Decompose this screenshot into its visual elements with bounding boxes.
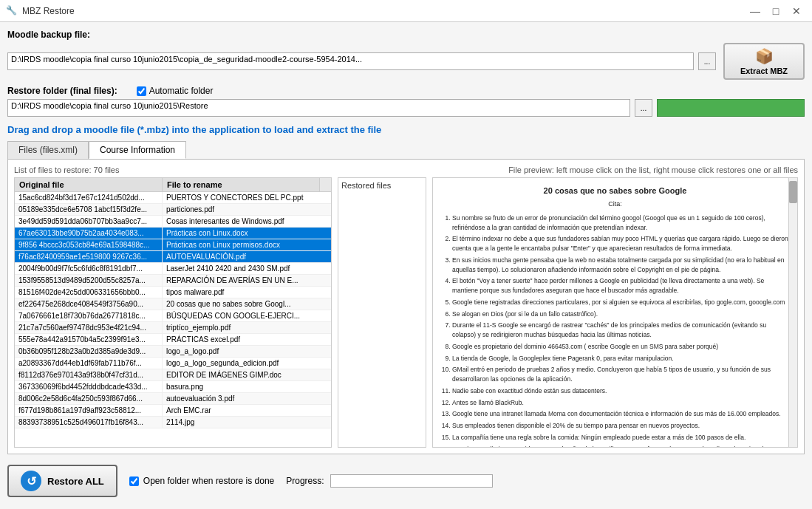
preview-inner: 20 cosas que no sabes sobre Google Cita:…	[433, 178, 797, 447]
restore-all-button[interactable]: ↺ Restore ALL	[7, 465, 117, 497]
cell-rename: basura.png	[163, 381, 331, 392]
list-item: En sus inicios mucha gente pensaba que l…	[452, 256, 790, 275]
backup-file-path[interactable]: D:\IRDS moodle\copia final curso 10junio…	[7, 52, 694, 70]
table-row[interactable]: 7a0676661e18f730b76da26771818c...BÚSQUED…	[15, 310, 331, 322]
table-row[interactable]: 05189e335dce6e5708 1abcf15f3d2fe...parti…	[15, 204, 331, 216]
table-row[interactable]: a20893367dd44eb1df69fab711b76f...logo_a_…	[15, 358, 331, 369]
cell-orig: 367336069f6bd4452fdddbdcade433d...	[15, 381, 163, 392]
table-row[interactable]: 555e78a442a91570b4a5c2399f91e3...PRÁCTIC…	[15, 334, 331, 346]
list-item: Su nombre se fruto de un error de pronun…	[452, 213, 790, 233]
cell-orig: f8112d376e970143a9f38b0f47cf31d...	[15, 369, 163, 380]
restore-folder-label: Restore folder (final files):	[7, 86, 117, 96]
cell-rename: autoevaluación 3.pdf	[163, 393, 331, 404]
restore-browse-button[interactable]: ...	[635, 99, 652, 117]
table-row[interactable]: 0b36b095f128b23a0b2d385a9de3d9...logo_a_…	[15, 346, 331, 358]
list-item: Google es propietario del dominio 466453…	[452, 342, 790, 352]
file-count-label: List of files to restore: 70 files	[14, 165, 119, 174]
cell-orig: 9f856 4bccc3c053cb84e69a1598488c...	[15, 239, 163, 250]
cell-orig: 67ae63013bbe90b75b2aa4034e083...	[15, 228, 163, 239]
preview-subtitle: Cita:	[440, 199, 790, 209]
file-list-area: Original file File to rename 15ac6cd824b…	[14, 177, 798, 448]
table-row[interactable]: 21c7a7c560aef97478dc953e4f21c94...triptí…	[15, 322, 331, 334]
cell-orig: 15ac6cd824bf3d17e67c1241d502dd...	[15, 192, 163, 203]
extract-icon: 📦	[755, 47, 774, 65]
preview-list: Su nombre se fruto de un error de pronun…	[440, 213, 790, 447]
restore-all-label: Restore ALL	[47, 476, 104, 487]
extract-label: Extract MBZ	[740, 66, 788, 75]
preview-scrollbar[interactable]	[788, 178, 797, 447]
file-table-body[interactable]: 15ac6cd824bf3d17e67c1241d502dd...PUERTOS…	[15, 192, 331, 447]
open-folder-checkbox[interactable]	[129, 476, 139, 486]
table-row[interactable]: 9f856 4bccc3c053cb84e69a1598488c...Práct…	[15, 239, 331, 251]
list-item: Durante el 11-S Google se encargó de ras…	[452, 321, 790, 340]
col-orig-header: Original file	[15, 178, 163, 191]
preview-panel: 20 cosas que no sabes sobre Google Cita:…	[432, 177, 798, 448]
auto-folder-checkbox[interactable]	[137, 86, 146, 96]
cell-rename: 2114.jpg	[163, 417, 331, 428]
cell-orig: 153f9558513d9489d5200d55c8257a...	[15, 275, 163, 286]
cell-orig: 0b36b095f128b23a0b2d385a9de3d9...	[15, 346, 163, 357]
cell-rename: Prácticas con Linux permisos.docx	[163, 239, 331, 250]
table-row[interactable]: 81516f402de42c5dd006331656bbb0...tipos m…	[15, 287, 331, 298]
table-row[interactable]: 2004f9b00d9f7fc5c6fd6c8f8191dbf7...Laser…	[15, 263, 331, 275]
app-icon: 🔧	[6, 5, 18, 17]
cell-rename: Arch EMC.rar	[163, 405, 331, 416]
cell-orig: 555e78a442a91570b4a5c2399f91e3...	[15, 334, 163, 345]
auto-folder-check: Automatic folder	[137, 86, 214, 96]
cell-orig: 3e49dd59d591dda06b707bb3aa9cc7...	[15, 216, 163, 227]
tab-content: List of files to restore: 70 files File …	[7, 159, 805, 454]
cell-orig: a20893367dd44eb1df69fab711b76f...	[15, 358, 163, 369]
list-item: Nadie sabe con exactitud dónde están sus…	[452, 386, 790, 396]
table-row[interactable]: 153f9558513d9489d5200d55c8257a...REPARAC…	[15, 275, 331, 287]
list-item: Sus empleados tienen disponible el 20% d…	[452, 421, 790, 431]
tab-bar: Files (files.xml) Course Information	[7, 141, 805, 159]
title-bar-left: 🔧 MBZ Restore	[6, 5, 75, 17]
cell-orig: f677d198b861a197d9aff923c58812...	[15, 405, 163, 416]
list-item: La tienda de Google, la Googleplex tiene…	[452, 354, 790, 363]
title-bar: 🔧 MBZ Restore — □ ✕	[0, 0, 812, 22]
close-button[interactable]: ✕	[787, 4, 806, 18]
cell-rename: PUERTOS Y CONECTORES DEL PC.ppt	[163, 192, 331, 203]
table-row[interactable]: 88393738951c525d496017fb16f843...2114.jp…	[15, 417, 331, 428]
restored-label: Restored files	[341, 181, 423, 190]
extract-mbz-button[interactable]: 📦 Extract MBZ	[723, 43, 805, 80]
table-row[interactable]: f677d198b861a197d9aff923c58812...Arch EM…	[15, 405, 331, 417]
cell-orig: 21c7a7c560aef97478dc953e4f21c94...	[15, 322, 163, 333]
cell-rename: EDITOR DE IMÁGENES GIMP.doc	[163, 369, 331, 380]
main-window: Moodle backup file: D:\IRDS moodle\copia…	[0, 22, 812, 509]
table-row[interactable]: ef226475e268dce4084549f3756a90...20 cosa…	[15, 298, 331, 310]
title-bar-controls: — □ ✕	[746, 4, 806, 18]
list-item: Google tiene registradas direcciones par…	[452, 298, 790, 307]
file-table: Original file File to rename 15ac6cd824b…	[14, 177, 332, 448]
cell-rename: Cosas interesantes de Windows.pdf	[163, 216, 331, 227]
cell-rename: logo_a_logo.pdf	[163, 346, 331, 357]
table-row[interactable]: 367336069f6bd4452fdddbdcade433d...basura…	[15, 381, 331, 393]
list-item: El término indexar no debe a que sus fun…	[452, 234, 790, 253]
cell-rename: REPARACIÓN DE AVERÍAS EN UN E...	[163, 275, 331, 286]
table-row[interactable]: f8112d376e970143a9f38b0f47cf31d...EDITOR…	[15, 369, 331, 381]
list-item: Para intermediarios conocidos como "El S…	[452, 445, 790, 447]
cell-rename: triptíco_ejemplo.pdf	[163, 322, 331, 333]
auto-folder-label: Automatic folder	[149, 86, 214, 96]
cell-orig: 88393738951c525d496017fb16f843...	[15, 417, 163, 428]
table-row[interactable]: f76ac82400959ae1e519800 9267c36...AUTOEV…	[15, 251, 331, 263]
cell-rename: AUTOEVALUACIÓN.pdf	[163, 251, 331, 262]
list-item: El botón "Voy a tener suerte" hace perde…	[452, 276, 790, 296]
tab-files[interactable]: Files (files.xml)	[7, 141, 89, 159]
cell-rename: BÚSQUEDAS CON GOOGLE-EJERCI...	[163, 310, 331, 321]
backup-browse-button[interactable]: ...	[698, 52, 716, 70]
list-item: GMail entró en periodo de pruebas 2 años…	[452, 365, 790, 384]
table-row[interactable]: 3e49dd59d591dda06b707bb3aa9cc7...Cosas i…	[15, 216, 331, 228]
cell-rename: tipos malware.pdf	[163, 287, 331, 298]
list-item: Se alogan en Dios (por si le da un fallo…	[452, 310, 790, 319]
table-row[interactable]: 67ae63013bbe90b75b2aa4034e083...Práctica…	[15, 228, 331, 239]
file-preview-hint: File preview: left mouse click on the li…	[508, 165, 798, 174]
table-row[interactable]: 15ac6cd824bf3d17e67c1241d502dd...PUERTOS…	[15, 192, 331, 204]
maximize-button[interactable]: □	[766, 4, 785, 18]
cell-rename: Prácticas con Linux.docx	[163, 228, 331, 239]
tab-course-information[interactable]: Course Information	[89, 141, 186, 159]
preview-scrollbar-thumb[interactable]	[789, 181, 797, 203]
minimize-button[interactable]: —	[746, 4, 765, 18]
table-row[interactable]: 8d006c2e58d6c4fa250c593f867d66...autoeva…	[15, 393, 331, 405]
restore-folder-path[interactable]: D:\IRDS moodle\copia final curso 10junio…	[7, 99, 630, 117]
